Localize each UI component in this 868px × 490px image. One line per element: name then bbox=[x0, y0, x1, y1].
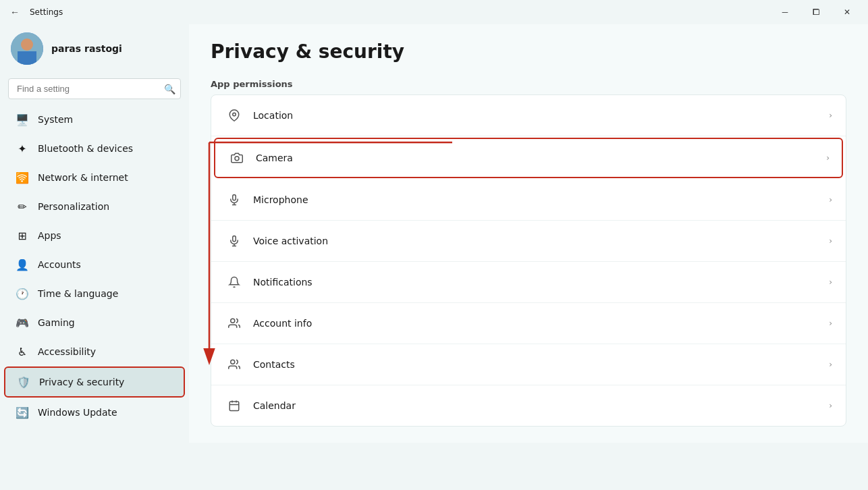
row-label-location: Location bbox=[253, 110, 829, 121]
sidebar-item-network[interactable]: 🛜Network & internet bbox=[4, 163, 185, 192]
sidebar-item-accounts[interactable]: 👤Accounts bbox=[4, 250, 185, 279]
settings-row-accountinfo[interactable]: Account info› bbox=[211, 303, 846, 344]
sidebar-label-bluetooth: Bluetooth & devices bbox=[38, 143, 133, 154]
search-button[interactable]: 🔍 bbox=[164, 84, 175, 94]
chevron-icon-camera: › bbox=[826, 153, 830, 163]
sidebar-item-personalization[interactable]: ✏️Personalization bbox=[4, 192, 185, 221]
row-label-notifications: Notifications bbox=[253, 277, 829, 288]
chevron-icon-calendar: › bbox=[829, 401, 832, 410]
sidebar-item-privacy[interactable]: 🛡️Privacy & security bbox=[4, 366, 185, 398]
svg-point-13 bbox=[231, 360, 235, 364]
settings-list: Location›Camera›Microphone›Voice activat… bbox=[211, 94, 846, 427]
chevron-icon-voice: › bbox=[829, 236, 832, 246]
sidebar-label-update: Windows Update bbox=[38, 407, 117, 418]
settings-row-voice[interactable]: Voice activation› bbox=[211, 221, 846, 262]
svg-point-12 bbox=[231, 319, 235, 323]
notifications-icon bbox=[225, 273, 244, 292]
app-body: paras rastogi 🔍 🖥️System✦Bluetooth & dev… bbox=[0, 24, 868, 490]
settings-row-camera[interactable]: Camera› bbox=[214, 138, 843, 178]
maximize-button[interactable]: ⧠ bbox=[801, 0, 832, 24]
section-title: App permissions bbox=[211, 79, 846, 89]
sidebar-item-system[interactable]: 🖥️System bbox=[4, 105, 185, 134]
sidebar-item-update[interactable]: 🔄Windows Update bbox=[4, 398, 185, 427]
settings-row-microphone[interactable]: Microphone› bbox=[211, 180, 846, 221]
chevron-icon-notifications: › bbox=[829, 277, 832, 287]
main-content: Privacy & security App permissions Locat… bbox=[189, 24, 868, 443]
user-name: paras rastogi bbox=[51, 43, 122, 54]
gaming-icon: 🎮 bbox=[15, 315, 30, 330]
minimize-button[interactable]: ─ bbox=[769, 0, 801, 24]
bluetooth-icon: ✦ bbox=[15, 141, 30, 156]
camera-icon bbox=[227, 148, 246, 167]
sidebar-label-gaming: Gaming bbox=[38, 317, 75, 328]
row-label-voice: Voice activation bbox=[253, 236, 829, 246]
microphone-icon bbox=[225, 190, 244, 209]
accessibility-icon: ♿ bbox=[15, 344, 30, 359]
back-button[interactable]: ← bbox=[5, 3, 24, 22]
sidebar-label-apps: Apps bbox=[38, 230, 61, 241]
window-controls: ─ ⧠ ✕ bbox=[769, 0, 863, 24]
system-icon: 🖥️ bbox=[15, 112, 30, 127]
chevron-icon-contacts: › bbox=[829, 360, 832, 369]
chevron-icon-accountinfo: › bbox=[829, 319, 832, 328]
sidebar-item-gaming[interactable]: 🎮Gaming bbox=[4, 308, 185, 337]
sidebar-label-accounts: Accounts bbox=[38, 259, 81, 270]
sidebar-label-privacy: Privacy & security bbox=[39, 377, 124, 387]
location-icon bbox=[225, 106, 244, 125]
search-input[interactable] bbox=[8, 78, 181, 99]
contacts-icon bbox=[225, 355, 244, 374]
privacy-icon: 🛡️ bbox=[16, 375, 31, 389]
calendar-icon bbox=[225, 396, 244, 415]
main-wrapper: Privacy & security App permissions Locat… bbox=[189, 24, 868, 490]
network-icon: 🛜 bbox=[15, 170, 30, 185]
sidebar-item-accessibility[interactable]: ♿Accessibility bbox=[4, 337, 185, 366]
window-title: Settings bbox=[30, 7, 63, 17]
search-box: 🔍 bbox=[8, 78, 181, 99]
sidebar-item-time[interactable]: 🕐Time & language bbox=[4, 279, 185, 308]
svg-rect-6 bbox=[233, 195, 236, 200]
settings-row-calendar[interactable]: Calendar› bbox=[211, 385, 846, 426]
row-label-microphone: Microphone bbox=[253, 194, 829, 205]
svg-point-4 bbox=[233, 113, 236, 116]
svg-point-5 bbox=[235, 157, 239, 161]
row-label-camera: Camera bbox=[256, 153, 826, 163]
row-label-accountinfo: Account info bbox=[253, 318, 829, 329]
sidebar-label-accessibility: Accessibility bbox=[38, 346, 96, 357]
settings-row-notifications[interactable]: Notifications› bbox=[211, 262, 846, 303]
sidebar-label-network: Network & internet bbox=[38, 172, 128, 183]
page-title: Privacy & security bbox=[211, 40, 846, 63]
sidebar-item-apps[interactable]: ⊞Apps bbox=[4, 221, 185, 250]
user-profile[interactable]: paras rastogi bbox=[0, 24, 189, 76]
accounts-icon: 👤 bbox=[15, 257, 30, 272]
svg-rect-14 bbox=[229, 402, 239, 411]
chevron-icon-location: › bbox=[829, 111, 832, 120]
svg-rect-3 bbox=[18, 51, 36, 65]
svg-rect-9 bbox=[233, 236, 236, 242]
settings-row-location[interactable]: Location› bbox=[211, 95, 846, 136]
avatar bbox=[11, 32, 43, 65]
settings-row-contacts[interactable]: Contacts› bbox=[211, 344, 846, 385]
sidebar-label-system: System bbox=[38, 114, 73, 125]
nav-items: 🖥️System✦Bluetooth & devices🛜Network & i… bbox=[0, 105, 189, 427]
sidebar-item-bluetooth[interactable]: ✦Bluetooth & devices bbox=[4, 134, 185, 163]
update-icon: 🔄 bbox=[15, 405, 30, 420]
apps-icon: ⊞ bbox=[15, 228, 30, 243]
title-bar: ← Settings ─ ⧠ ✕ bbox=[0, 0, 868, 24]
voice-icon bbox=[225, 232, 244, 250]
chevron-icon-microphone: › bbox=[829, 195, 832, 205]
time-icon: 🕐 bbox=[15, 286, 30, 301]
close-button[interactable]: ✕ bbox=[832, 0, 863, 24]
accountinfo-icon bbox=[225, 314, 244, 333]
personalization-icon: ✏️ bbox=[15, 199, 30, 214]
row-label-calendar: Calendar bbox=[253, 400, 829, 411]
sidebar-label-personalization: Personalization bbox=[38, 201, 109, 212]
sidebar: paras rastogi 🔍 🖥️System✦Bluetooth & dev… bbox=[0, 24, 189, 490]
svg-point-1 bbox=[21, 38, 33, 51]
row-label-contacts: Contacts bbox=[253, 359, 829, 370]
sidebar-label-time: Time & language bbox=[38, 288, 118, 299]
